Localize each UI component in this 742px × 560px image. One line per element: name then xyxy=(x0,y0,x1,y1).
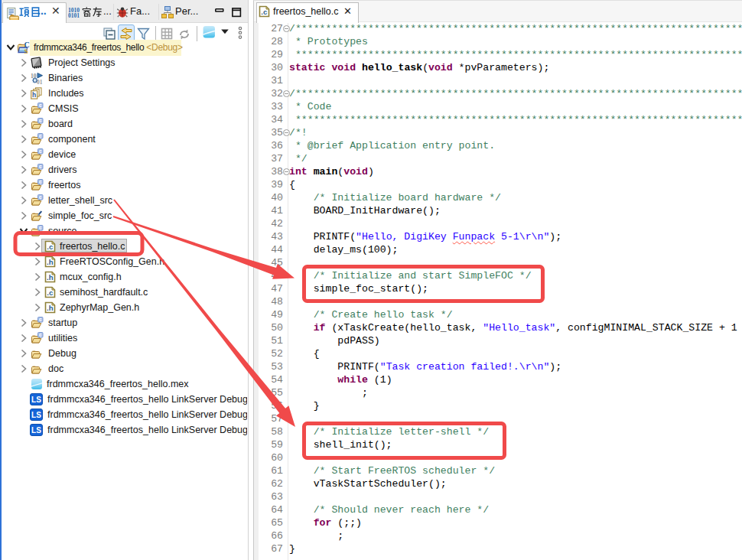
svg-text:0101: 0101 xyxy=(68,12,80,18)
